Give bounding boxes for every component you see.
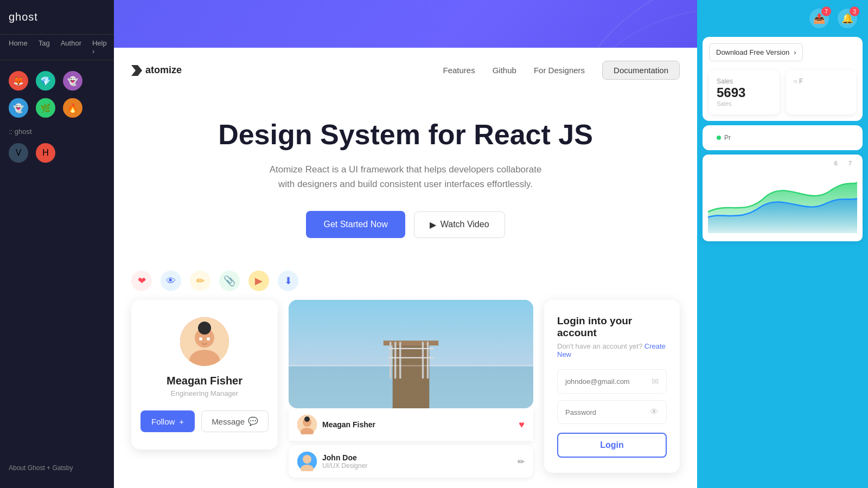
nav-home[interactable]: Home [9, 39, 28, 55]
profile-role: Engineering Manager [144, 389, 265, 397]
logo-text: atomize [145, 65, 182, 76]
sidebar-icon-fox: 🦊 [9, 71, 28, 91]
sidebar-icons-area: 🦊 💎 👻 👻 🌿 🔥 :: ghost V H [0, 60, 114, 174]
photo-mini-avatar2 [297, 452, 317, 471]
login-title: Login into your account [557, 315, 667, 339]
download-free-button[interactable]: Download Free Version › [709, 43, 803, 61]
login-card: Login into your account Don't have an ac… [544, 300, 680, 473]
toolbar-heart-icon[interactable]: ❤ [131, 271, 152, 291]
pier-svg [289, 300, 533, 408]
password-input[interactable] [565, 408, 650, 416]
mini-avatar-svg [297, 415, 317, 434]
svg-rect-12 [390, 342, 391, 379]
pr-indicator: Pr [709, 130, 856, 146]
sidebar-icon-ghost: 👻 [63, 71, 82, 91]
secondary-label: ○ F [794, 78, 849, 85]
toolbar-play-icon[interactable]: ▶ [248, 271, 269, 291]
photo-card: Meagan Fisher ♥ [289, 300, 533, 478]
chart-area: 6 7 [703, 155, 863, 241]
follow-button[interactable]: Follow + [141, 410, 195, 432]
profile-card: Meagan Fisher Engineering Manager Follow… [131, 300, 278, 450]
watch-video-button[interactable]: ▶ Watch Video [414, 211, 505, 238]
hero-buttons: Get Started Now ▶ Watch Video [157, 211, 654, 238]
svg-point-6 [199, 337, 202, 341]
nav-designers[interactable]: For Designers [534, 66, 585, 75]
sidebar-icon-ghost2: 👻 [9, 98, 28, 118]
nav-tag[interactable]: Tag [39, 39, 50, 55]
login-subtitle-text: Don't have an account yet? [557, 342, 642, 350]
toolbar-eye-icon[interactable]: 👁 [161, 271, 181, 291]
icon-toolbar: ❤ 👁 ✏ 📎 ▶ ⬇ [114, 264, 697, 298]
sales-sublabel: Sales [717, 100, 772, 107]
photo-user-row1: Meagan Fisher ♥ [289, 408, 533, 441]
photo-user-left2: John Doe UI/UX Designer [297, 452, 367, 471]
svg-point-23 [304, 416, 310, 422]
sidebar-icon-fire: 🔥 [63, 98, 82, 118]
login-subtitle: Don't have an account yet? Create New [557, 342, 667, 358]
hero-title: Design System for React JS [157, 119, 654, 151]
toolbar-edit-icon[interactable]: ✏ [190, 271, 210, 291]
photo-user-name1: Meagan Fisher [322, 420, 375, 429]
eye-password-icon: 👁 [650, 407, 659, 417]
notifications-icon[interactable]: 📤 7 [809, 9, 829, 28]
email-input[interactable] [565, 377, 652, 386]
bell-icon[interactable]: 🔔 3 [838, 9, 857, 28]
svg-rect-15 [422, 342, 424, 379]
sidebar-title: ghost [0, 0, 114, 34]
chart-label-6: 6 [834, 160, 838, 166]
message-button[interactable]: Message 💬 [201, 410, 269, 432]
photo-user-role2: UI/UX Designer [322, 462, 367, 470]
sidebar-icon-v: V [9, 143, 28, 163]
secondary-card: ○ F [786, 70, 857, 114]
edit-pencil-icon[interactable]: ✏ [518, 457, 525, 467]
svg-point-7 [207, 337, 210, 341]
navbar: atomize Features Github For Designers Do… [114, 48, 697, 93]
profile-name: Meagan Fisher [144, 375, 265, 387]
main-content: atomize Features Github For Designers Do… [114, 0, 697, 488]
photo-mini-avatar [297, 415, 317, 434]
svg-rect-14 [399, 342, 401, 379]
follow-plus-icon: + [179, 417, 184, 426]
nav-help[interactable]: Help › [92, 39, 107, 55]
password-field[interactable]: 👁 [557, 400, 667, 424]
toolbar-download-icon[interactable]: ⬇ [278, 271, 298, 291]
sales-value: 5693 [717, 85, 772, 100]
download-label: Download Free Version [716, 48, 789, 56]
sidebar-nav: Home Tag Author Help › [0, 34, 114, 60]
white-card: atomize Features Github For Designers Do… [114, 48, 697, 488]
pr-label: Pr [724, 134, 731, 142]
chart-labels: 6 7 [708, 160, 857, 166]
svg-rect-11 [384, 341, 438, 345]
like-icon[interactable]: ♥ [519, 419, 525, 431]
logo-icon [131, 65, 142, 76]
nav-documentation[interactable]: Documentation [602, 61, 680, 80]
hero-subtitle: Atomize React is a UI framework that hel… [265, 162, 547, 191]
right-sidebar: 📤 7 🔔 3 Download Free Version › Sales 56… [697, 0, 868, 488]
photo-user-info2: John Doe UI/UX Designer [322, 453, 367, 470]
nav-author[interactable]: Author [61, 39, 81, 55]
sidebar-label-ghost: :: ghost [9, 127, 105, 136]
hero-section: Design System for React JS Atomize React… [114, 93, 697, 260]
mini-avatar2-svg [297, 452, 317, 471]
play-icon: ▶ [430, 220, 436, 230]
email-field[interactable]: ✉ [557, 369, 667, 394]
nav-features[interactable]: Features [443, 66, 475, 75]
nav-links: Features Github For Designers Documentat… [443, 61, 680, 80]
svg-rect-19 [289, 365, 533, 366]
get-started-button[interactable]: Get Started Now [306, 211, 405, 238]
login-button[interactable]: Login [557, 433, 667, 458]
svg-rect-16 [427, 342, 429, 379]
message-icon: 💬 [248, 416, 258, 426]
toolbar-link-icon[interactable]: 📎 [219, 271, 240, 291]
nav-github[interactable]: Github [493, 66, 516, 75]
sidebar-icon-gem: 💎 [36, 71, 55, 91]
left-sidebar: ghost Home Tag Author Help › 🦊 💎 👻 👻 🌿 🔥… [0, 0, 114, 488]
logo: atomize [131, 65, 182, 76]
pr-dot [717, 136, 721, 140]
sales-label: Sales [717, 78, 772, 85]
chart-label-7: 7 [848, 160, 852, 166]
watch-video-label: Watch Video [441, 220, 489, 229]
email-icon: ✉ [652, 376, 659, 387]
svg-rect-5 [198, 326, 211, 330]
right-sidebar-header: 📤 7 🔔 3 [697, 0, 868, 37]
